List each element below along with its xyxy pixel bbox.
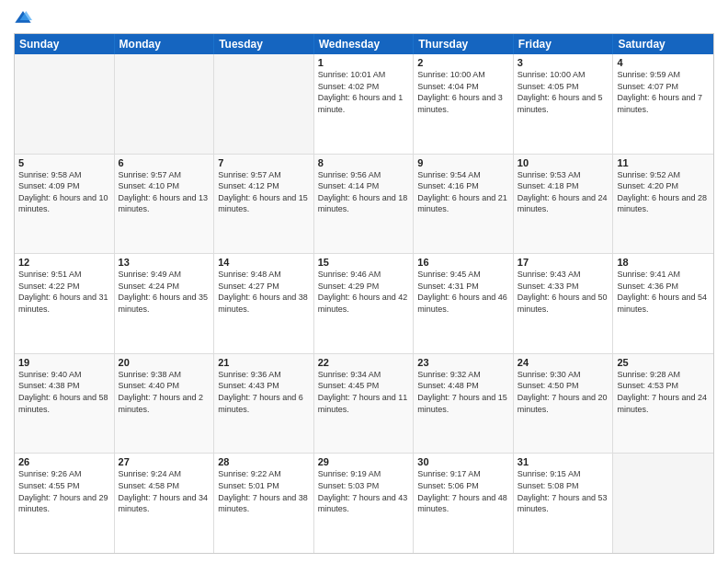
daylight-text: Daylight: 6 hours and 18 minutes. — [318, 192, 410, 215]
header — [14, 9, 714, 28]
empty-cell-0-1 — [115, 54, 215, 154]
sunset-text: Sunset: 4:40 PM — [119, 380, 210, 392]
cell-info: Sunrise: 10:00 AMSunset: 4:05 PMDaylight… — [518, 69, 609, 115]
sunset-text: Sunset: 4:45 PM — [318, 380, 410, 392]
sunset-text: Sunset: 4:36 PM — [617, 281, 710, 293]
cell-info: Sunrise: 9:58 AMSunset: 4:09 PMDaylight:… — [18, 169, 110, 215]
cell-info: Sunrise: 9:28 AMSunset: 4:53 PMDaylight:… — [617, 369, 710, 415]
sunset-text: Sunset: 4:33 PM — [518, 281, 609, 293]
sunrise-text: Sunrise: 9:53 AM — [518, 169, 609, 181]
day-number: 23 — [417, 357, 509, 368]
daylight-text: Daylight: 6 hours and 5 minutes. — [518, 92, 609, 115]
week-row-2: 12Sunrise: 9:51 AMSunset: 4:22 PMDayligh… — [15, 254, 713, 354]
daylight-text: Daylight: 6 hours and 10 minutes. — [18, 192, 110, 215]
day-of-week-monday: Monday — [115, 34, 215, 54]
day-number: 3 — [518, 57, 609, 68]
logo — [14, 9, 36, 28]
day-number: 7 — [218, 157, 310, 168]
sunset-text: Sunset: 5:06 PM — [417, 480, 509, 492]
day-number: 24 — [518, 357, 609, 368]
day-number: 10 — [518, 157, 609, 168]
week-row-4: 26Sunrise: 9:26 AMSunset: 4:55 PMDayligh… — [15, 454, 713, 553]
sunrise-text: Sunrise: 10:01 AM — [318, 69, 410, 81]
cell-info: Sunrise: 9:34 AMSunset: 4:45 PMDaylight:… — [318, 369, 410, 415]
day-cell-26: 26Sunrise: 9:26 AMSunset: 4:55 PMDayligh… — [15, 454, 115, 553]
daylight-text: Daylight: 6 hours and 21 minutes. — [417, 192, 509, 215]
sunset-text: Sunset: 5:08 PM — [518, 480, 609, 492]
day-cell-2: 2Sunrise: 10:00 AMSunset: 4:04 PMDayligh… — [414, 54, 514, 154]
day-cell-12: 12Sunrise: 9:51 AMSunset: 4:22 PMDayligh… — [15, 254, 115, 353]
day-number: 22 — [318, 357, 410, 368]
sunset-text: Sunset: 4:02 PM — [318, 81, 410, 93]
sunset-text: Sunset: 5:01 PM — [218, 480, 310, 492]
day-cell-9: 9Sunrise: 9:54 AMSunset: 4:16 PMDaylight… — [414, 155, 514, 254]
cell-info: Sunrise: 9:56 AMSunset: 4:14 PMDaylight:… — [318, 169, 410, 215]
daylight-text: Daylight: 7 hours and 48 minutes. — [417, 492, 509, 515]
day-cell-19: 19Sunrise: 9:40 AMSunset: 4:38 PMDayligh… — [15, 354, 115, 454]
cell-info: Sunrise: 9:36 AMSunset: 4:43 PMDaylight:… — [218, 369, 310, 415]
empty-cell-4-6 — [613, 454, 713, 553]
sunrise-text: Sunrise: 9:43 AM — [518, 269, 609, 281]
sunset-text: Sunset: 4:38 PM — [18, 380, 110, 392]
daylight-text: Daylight: 7 hours and 11 minutes. — [318, 392, 410, 415]
sunrise-text: Sunrise: 9:26 AM — [18, 468, 110, 480]
sunrise-text: Sunrise: 9:56 AM — [318, 169, 410, 181]
cell-info: Sunrise: 9:57 AMSunset: 4:10 PMDaylight:… — [119, 169, 210, 215]
daylight-text: Daylight: 6 hours and 7 minutes. — [617, 92, 710, 115]
daylight-text: Daylight: 6 hours and 3 minutes. — [417, 92, 509, 115]
cell-info: Sunrise: 10:01 AMSunset: 4:02 PMDaylight… — [318, 69, 410, 115]
sunset-text: Sunset: 4:05 PM — [518, 81, 609, 93]
day-number: 1 — [318, 57, 410, 68]
sunrise-text: Sunrise: 9:22 AM — [218, 468, 310, 480]
day-of-week-saturday: Saturday — [613, 34, 713, 54]
cell-info: Sunrise: 9:45 AMSunset: 4:31 PMDaylight:… — [417, 269, 509, 315]
day-number: 20 — [119, 357, 210, 368]
day-number: 25 — [617, 357, 710, 368]
empty-cell-0-0 — [15, 54, 115, 154]
day-cell-17: 17Sunrise: 9:43 AMSunset: 4:33 PMDayligh… — [514, 254, 614, 353]
day-cell-22: 22Sunrise: 9:34 AMSunset: 4:45 PMDayligh… — [314, 354, 415, 454]
day-number: 2 — [417, 57, 509, 68]
cell-info: Sunrise: 9:51 AMSunset: 4:22 PMDaylight:… — [18, 269, 110, 315]
sunset-text: Sunset: 4:48 PM — [417, 380, 509, 392]
day-number: 26 — [18, 456, 110, 467]
sunrise-text: Sunrise: 9:48 AM — [218, 269, 310, 281]
day-number: 9 — [417, 157, 509, 168]
calendar-body: 1Sunrise: 10:01 AMSunset: 4:02 PMDayligh… — [15, 54, 713, 553]
day-cell-16: 16Sunrise: 9:45 AMSunset: 4:31 PMDayligh… — [414, 254, 514, 353]
day-number: 28 — [218, 456, 310, 467]
day-number: 21 — [218, 357, 310, 368]
day-number: 30 — [417, 456, 509, 467]
sunrise-text: Sunrise: 9:38 AM — [119, 369, 210, 381]
daylight-text: Daylight: 6 hours and 15 minutes. — [218, 192, 310, 215]
cell-info: Sunrise: 9:15 AMSunset: 5:08 PMDaylight:… — [518, 468, 609, 514]
day-number: 11 — [617, 157, 710, 168]
cell-info: Sunrise: 9:24 AMSunset: 4:58 PMDaylight:… — [119, 468, 210, 514]
sunrise-text: Sunrise: 9:46 AM — [318, 269, 410, 281]
day-number: 14 — [218, 257, 310, 268]
cell-info: Sunrise: 9:43 AMSunset: 4:33 PMDaylight:… — [518, 269, 609, 315]
day-number: 18 — [617, 257, 710, 268]
calendar-header: SundayMondayTuesdayWednesdayThursdayFrid… — [15, 34, 713, 54]
daylight-text: Daylight: 7 hours and 43 minutes. — [318, 492, 410, 515]
daylight-text: Daylight: 6 hours and 58 minutes. — [18, 392, 110, 415]
sunset-text: Sunset: 4:53 PM — [617, 380, 710, 392]
day-of-week-wednesday: Wednesday — [314, 34, 415, 54]
daylight-text: Daylight: 6 hours and 13 minutes. — [119, 192, 210, 215]
daylight-text: Daylight: 6 hours and 54 minutes. — [617, 292, 710, 315]
day-cell-31: 31Sunrise: 9:15 AMSunset: 5:08 PMDayligh… — [514, 454, 614, 553]
day-number: 17 — [518, 257, 609, 268]
day-cell-21: 21Sunrise: 9:36 AMSunset: 4:43 PMDayligh… — [214, 354, 314, 454]
sunrise-text: Sunrise: 9:15 AM — [518, 468, 609, 480]
sunset-text: Sunset: 4:14 PM — [318, 180, 410, 192]
sunset-text: Sunset: 4:27 PM — [218, 281, 310, 293]
sunset-text: Sunset: 4:18 PM — [518, 180, 609, 192]
sunset-text: Sunset: 4:22 PM — [18, 281, 110, 293]
sunrise-text: Sunrise: 9:19 AM — [318, 468, 410, 480]
week-row-3: 19Sunrise: 9:40 AMSunset: 4:38 PMDayligh… — [15, 354, 713, 454]
sunrise-text: Sunrise: 9:45 AM — [417, 269, 509, 281]
daylight-text: Daylight: 7 hours and 20 minutes. — [518, 392, 609, 415]
day-number: 13 — [119, 257, 210, 268]
sunrise-text: Sunrise: 9:59 AM — [617, 69, 710, 81]
cell-info: Sunrise: 9:46 AMSunset: 4:29 PMDaylight:… — [318, 269, 410, 315]
